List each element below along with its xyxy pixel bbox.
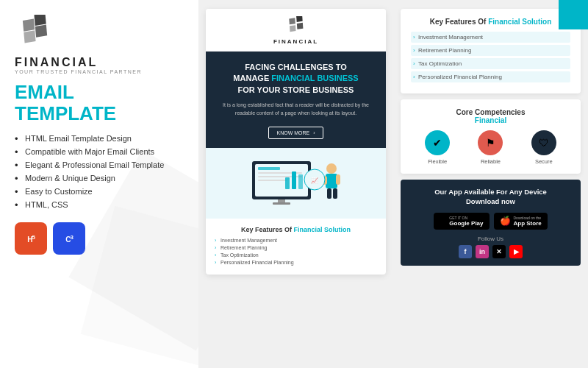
twitter-icon[interactable]: ✕: [492, 245, 506, 258]
svg-text:📈: 📈: [311, 177, 318, 184]
ep-logo-icon: [286, 16, 306, 37]
svg-rect-15: [292, 171, 296, 189]
feature-item: Compatible with Major Email Clients: [15, 147, 184, 156]
css3-badge: C3: [53, 222, 85, 255]
svg-rect-16: [298, 174, 303, 189]
rp-feature-item: Retirement Planning: [411, 45, 570, 56]
svg-rect-7: [296, 23, 303, 29]
rp-icon-secure: 🛡 Secure: [531, 130, 556, 165]
svg-point-19: [326, 163, 337, 174]
rp-store-buttons: ▶ GET IT ON Google Play 🍎 Download on th…: [411, 213, 570, 230]
secure-icon: 🛡: [531, 130, 556, 155]
ep-hero-desc: It is a long established fact that a rea…: [216, 102, 376, 117]
rp-icon-reliable: ⚑ Reliable: [478, 130, 503, 165]
google-play-button[interactable]: ▶ GET IT ON Google Play: [434, 213, 489, 230]
svg-rect-1: [34, 15, 46, 26]
rp-kf-title: Key Features Of Financial Solution: [411, 18, 570, 26]
google-play-icon: ▶: [440, 216, 446, 226]
email-preview: FINANCIAL FACING CHALLENGES TO MANAGE FI…: [206, 9, 386, 275]
logo-tagline: YOUR TRUSTED FINANCIAL PARTNER: [15, 69, 142, 74]
rp-core-card: Core Competencies Financial ✔ Flexible ⚑…: [401, 99, 581, 174]
svg-rect-20: [326, 174, 337, 188]
ep-feature-item: Retirement Planning: [215, 245, 377, 250]
svg-rect-3: [35, 24, 47, 37]
rp-icons-row: ✔ Flexible ⚑ Reliable 🛡 Secure: [411, 130, 570, 165]
svg-rect-14: [285, 177, 290, 189]
html5-badge: H5: [15, 222, 47, 255]
features-list: HTML Email Template DesignCompatible wit…: [15, 134, 184, 209]
ep-illustration: 📈: [245, 154, 348, 213]
reliable-icon: ⚑: [478, 130, 503, 155]
svg-rect-0: [23, 18, 35, 31]
svg-rect-6: [289, 25, 295, 32]
svg-rect-18: [273, 202, 290, 205]
rp-follow-section: Follow Us f in ✕ ▶: [411, 236, 570, 258]
feature-item: Modern & Unique Design: [15, 174, 184, 183]
svg-rect-2: [24, 30, 35, 43]
logo-name: FINANCIAL: [15, 56, 98, 69]
ep-feature-item: Personalized Financial Planning: [215, 260, 377, 265]
know-more-button[interactable]: KNOW MORE ›: [268, 127, 323, 139]
ep-features-list: Investment ManagementRetirement Planning…: [215, 238, 377, 265]
svg-rect-4: [289, 18, 295, 24]
feature-item: HTML Email Template Design: [15, 134, 184, 143]
follow-us-label: Follow Us: [411, 236, 570, 242]
logo-area: FINANCIAL YOUR TRUSTED FINANCIAL PARTNER: [15, 15, 184, 74]
facebook-icon[interactable]: f: [459, 245, 472, 258]
svg-rect-5: [296, 16, 303, 22]
feature-item: Easy to Customize: [15, 187, 184, 196]
main-title: EMAIL TEMPLATE: [15, 82, 184, 124]
ep-hero: FACING CHALLENGES TO MANAGE FINANCIAL BU…: [206, 52, 386, 148]
ep-image-section: 📈: [206, 148, 386, 219]
instagram-icon[interactable]: in: [476, 245, 489, 258]
app-store-button[interactable]: 🍎 Download on the App Store: [494, 213, 548, 230]
svg-rect-22: [336, 174, 340, 185]
ep-logo-name: FINANCIAL: [273, 38, 318, 45]
ep-hero-title: FACING CHALLENGES TO MANAGE FINANCIAL BU…: [216, 62, 376, 96]
apple-icon: 🍎: [500, 216, 511, 226]
feature-item: HTML, CSS: [15, 200, 184, 209]
rp-core-title: Core Competencies Financial: [411, 108, 570, 124]
rp-app-card: Our App Available For Any Device Downloa…: [401, 180, 581, 266]
left-panel: FINANCIAL YOUR TRUSTED FINANCIAL PARTNER…: [0, 0, 198, 368]
rp-feature-item: Investment Management: [411, 32, 570, 43]
rp-icon-flexible: ✔ Flexible: [425, 130, 450, 165]
feature-item: Elegant & Professional Email Template: [15, 160, 184, 169]
youtube-icon[interactable]: ▶: [509, 245, 523, 258]
rp-app-title: Our App Available For Any Device Downloa…: [411, 187, 570, 207]
rp-features-list: Investment ManagementRetirement Planning…: [411, 32, 570, 82]
rp-key-features-card: Key Features Of Financial Solution Inves…: [401, 9, 581, 93]
rp-feature-item: Tax Optimization: [411, 58, 570, 69]
right-panel: Key Features Of Financial Solution Inves…: [393, 0, 588, 368]
ep-features: Key Features Of Financial Solution Inves…: [206, 219, 386, 275]
ep-header: FINANCIAL: [206, 9, 386, 52]
middle-panel: FINANCIAL FACING CHALLENGES TO MANAGE FI…: [198, 0, 393, 368]
ep-feature-item: Investment Management: [215, 238, 377, 243]
flexible-icon: ✔: [425, 130, 450, 155]
svg-rect-17: [278, 199, 285, 202]
svg-rect-10: [258, 167, 280, 170]
ep-features-title: Key Features Of Financial Solution: [215, 226, 377, 233]
svg-rect-23: [327, 188, 331, 199]
svg-rect-13: [258, 180, 287, 181]
rp-social-icons: f in ✕ ▶: [411, 245, 570, 258]
rp-feature-item: Personalized Financial Planning: [411, 71, 570, 82]
badges-row: H5 C3: [15, 222, 184, 255]
logo-icon: [15, 15, 53, 53]
teal-corner-decoration: [559, 0, 588, 29]
ep-feature-item: Tax Optimization: [215, 252, 377, 258]
svg-rect-24: [333, 188, 337, 199]
